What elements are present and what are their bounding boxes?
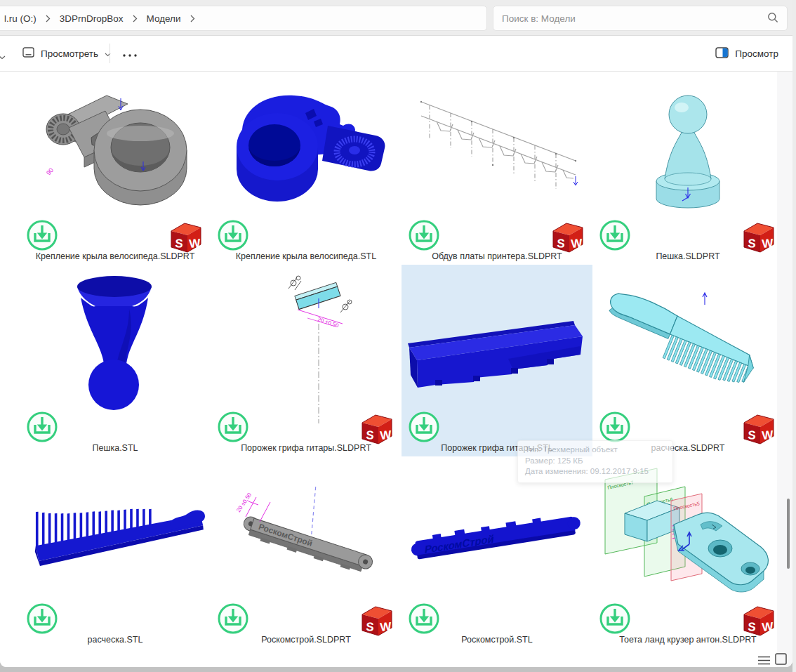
file-tile[interactable]: Порожек грифа гитары.STL <box>402 265 592 456</box>
file-tile[interactable]: Плоскость7 Плоскость6 Плоскость5 <box>592 456 783 648</box>
model-preview: 90 <box>38 83 192 216</box>
file-tile[interactable]: Крепление крыла велосипеда.STL <box>211 73 402 265</box>
file-name: Обдув платы принтера.SLDPRT <box>404 251 590 263</box>
solidworks-icon: S W <box>741 412 776 444</box>
model-thumbnail <box>20 461 211 605</box>
address-bar[interactable]: l.ru (O:) 3DPrnDropBox Модели <box>0 6 487 31</box>
solidworks-icon: S W <box>359 412 394 444</box>
svg-text:S: S <box>748 428 757 442</box>
file-grid: 90 S W Крепление крыла велосипеда.SLDPRT <box>20 73 783 648</box>
sync-download-icon <box>599 411 631 443</box>
file-name: Роскомстрой.STL <box>404 635 590 647</box>
model-preview <box>409 86 585 213</box>
chevron-down-icon[interactable] <box>0 50 6 62</box>
ellipsis-icon <box>123 47 137 60</box>
search-icon[interactable] <box>767 12 778 25</box>
solidworks-icon: S W <box>741 604 776 636</box>
model-preview: Плоскость7 Плоскость6 Плоскость5 <box>595 460 781 606</box>
preview-pane-toggle[interactable]: Просмотр <box>710 42 784 65</box>
breadcrumb-chevron-icon <box>39 15 58 22</box>
search-input[interactable]: Поиск в: Модели <box>493 6 788 31</box>
svg-text:W: W <box>380 620 393 634</box>
search-placeholder: Поиск в: Модели <box>502 13 767 24</box>
svg-text:W: W <box>571 237 584 251</box>
file-tile[interactable]: расческа.STL <box>20 456 211 648</box>
address-bar-row: l.ru (O:) 3DPrnDropBox Модели Поиск в: М… <box>0 0 792 36</box>
vertical-scrollbar-track[interactable] <box>777 72 792 667</box>
model-preview <box>62 267 168 416</box>
svg-text:S: S <box>748 237 757 251</box>
file-tile[interactable]: РоскомСтрой 20 ±0,50 S W <box>211 456 402 648</box>
breadcrumb-chevron-icon <box>126 15 145 22</box>
solidworks-icon: S W <box>741 220 776 253</box>
model-preview <box>403 275 591 408</box>
sync-download-icon <box>26 411 58 443</box>
model-thumbnail <box>20 269 211 414</box>
file-tile[interactable]: 90 S W Крепление крыла велосипеда.SLDPRT <box>20 73 211 265</box>
see-more-button[interactable] <box>117 42 143 65</box>
file-tile[interactable]: S W Обдув платы принтера.SLDPRT <box>402 73 592 265</box>
file-tile[interactable]: РоскомСтрой Роскомстрой.STL <box>402 456 592 648</box>
file-tile[interactable]: 20 ±0,50 S W Порожек грифа гитары.SLDPRT <box>211 265 402 456</box>
svg-text:S: S <box>366 428 375 442</box>
model-thumbnail: Плоскость7 Плоскость6 Плоскость5 <box>592 461 783 605</box>
model-thumbnail: РоскомСтрой <box>402 461 592 605</box>
svg-text:W: W <box>762 237 775 251</box>
breadcrumb-drive[interactable]: l.ru (O:) <box>2 13 39 24</box>
svg-text:S: S <box>175 237 184 251</box>
preview-pane-label: Просмотр <box>735 48 778 59</box>
svg-text:S: S <box>557 237 566 251</box>
sync-download-icon <box>217 411 249 443</box>
command-bar: Просмотреть Просмотр <box>0 36 792 72</box>
sync-download-icon <box>408 411 440 443</box>
file-name: Роскомстрой.SLDPRT <box>213 635 399 647</box>
preview-pane-icon <box>715 47 729 60</box>
breadcrumb-folder-dropbox[interactable]: 3DPrnDropBox <box>58 13 126 24</box>
file-name: Тоета ланд крузер антон.SLDPRT <box>595 635 781 647</box>
breadcrumb-chevron-icon <box>183 15 202 22</box>
dimension-text: 20 ±0,50 <box>235 491 253 513</box>
model-preview: РоскомСтрой <box>405 482 589 584</box>
sync-download-icon <box>26 602 58 635</box>
view-icon <box>22 47 34 60</box>
svg-text:W: W <box>380 428 393 442</box>
file-name: расческа.STL <box>22 635 208 647</box>
sync-download-icon <box>599 219 631 251</box>
list-view-button[interactable] <box>757 656 771 667</box>
model-thumbnail <box>592 77 783 222</box>
file-name: Порожек грифа гитары.STL <box>404 443 590 455</box>
model-preview <box>25 480 206 586</box>
solidworks-icon: S W <box>550 220 585 253</box>
model-preview: 20 ±0,50 <box>229 253 383 429</box>
model-thumbnail <box>211 77 402 222</box>
file-tile[interactable]: S W Пешка.SLDPRT <box>592 73 783 265</box>
file-name: расческа.SLDPRT <box>595 443 781 455</box>
svg-text:20 ±0,50: 20 ±0,50 <box>317 316 340 329</box>
svg-text:S: S <box>366 620 375 634</box>
file-name: Пешка.SLDPRT <box>595 251 781 263</box>
svg-text:W: W <box>762 620 775 634</box>
model-preview <box>601 270 775 414</box>
svg-text:S: S <box>748 620 757 634</box>
breadcrumb-folder-models[interactable]: Модели <box>145 13 183 24</box>
file-list-area[interactable]: 90 S W Крепление крыла велосипеда.SLDPRT <box>0 72 777 667</box>
sync-download-icon <box>408 219 440 251</box>
svg-text:W: W <box>189 237 202 251</box>
sync-download-icon <box>408 602 440 635</box>
large-icons-view-button[interactable] <box>774 654 788 667</box>
model-thumbnail: 20 ±0,50 <box>211 269 402 414</box>
model-thumbnail: 90 <box>20 77 211 222</box>
file-tile[interactable]: S W расческа.SLDPRT <box>592 265 783 456</box>
file-explorer-window: l.ru (O:) 3DPrnDropBox Модели Поиск в: М… <box>0 0 792 667</box>
sync-download-icon <box>26 219 58 251</box>
file-tile[interactable]: Пешка.STL <box>20 265 211 456</box>
vertical-scrollbar-thumb[interactable] <box>787 499 790 569</box>
model-preview <box>635 81 741 218</box>
solidworks-icon: S W <box>359 604 394 636</box>
model-thumbnail <box>402 77 592 222</box>
file-name: Крепление крыла велосипеда.SLDPRT <box>22 251 208 263</box>
model-thumbnail <box>592 269 783 414</box>
large-icons-view-icon <box>775 653 787 667</box>
list-view-icon <box>758 655 770 667</box>
view-menu-button[interactable]: Просмотреть <box>15 42 118 65</box>
